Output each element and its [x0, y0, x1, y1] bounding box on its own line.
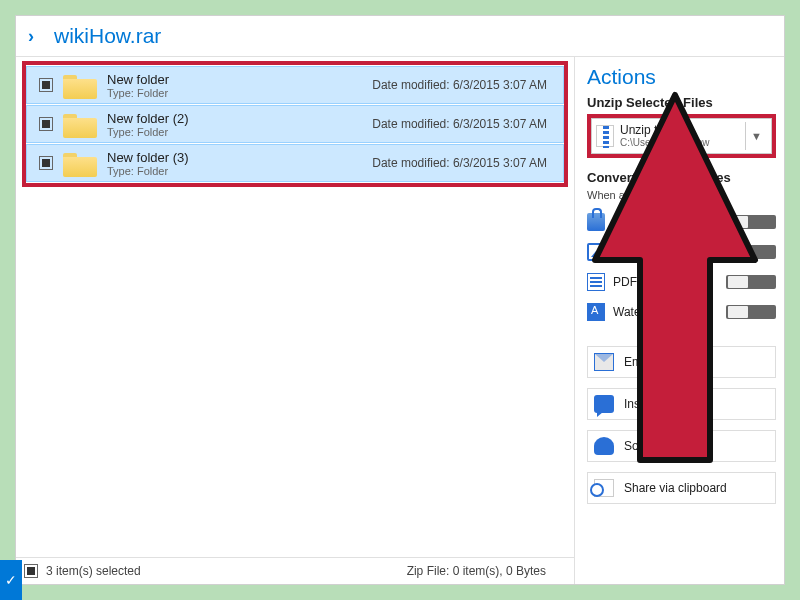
pdf-toggle-row: PDF: [587, 272, 776, 292]
unzip-label: Unzip to:: [620, 124, 709, 137]
encrypt-label: Encrypt: [613, 215, 654, 229]
selection-checkbox-icon[interactable]: [24, 564, 38, 578]
encrypt-toggle[interactable]: [726, 215, 776, 229]
folder-icon: [63, 110, 97, 138]
main-panel: New folder Type: Folder Date modified: 6…: [16, 56, 574, 584]
selection-count: 3 item(s) selected: [46, 564, 141, 578]
person-icon: [594, 437, 614, 455]
checkbox-icon[interactable]: [39, 78, 53, 92]
file-info: New folder (2) Type: Folder: [107, 111, 189, 138]
pdf-toggle[interactable]: [726, 275, 776, 289]
file-type: Type: Folder: [107, 87, 169, 99]
content-area: New folder Type: Folder Date modified: 6…: [16, 56, 784, 584]
zip-file-icon: [596, 125, 614, 147]
resize-label: Resize: [613, 245, 650, 259]
file-date: Date modified: 6/3/2015 3:07 AM: [372, 156, 557, 170]
convert-subtitle: When added to this zip:: [587, 189, 776, 201]
app-window: › wikiHow.rar New folder Type: Folder Da…: [15, 15, 785, 585]
resize-toggle[interactable]: [726, 245, 776, 259]
folder-icon: [63, 71, 97, 99]
encrypt-toggle-row: Encrypt: [587, 212, 776, 232]
convert-section-label: Convert & Protect Files: [587, 170, 776, 185]
watermark-toggle[interactable]: [726, 305, 776, 319]
share-clipboard-label: Share via clipboard: [624, 481, 727, 495]
file-row[interactable]: New folder Type: Folder Date modified: 6…: [26, 66, 564, 104]
pdf-label: PDF: [613, 275, 637, 289]
file-row[interactable]: New folder (2) Type: Folder Date modifie…: [26, 105, 564, 143]
folder-icon: [63, 149, 97, 177]
clipboard-icon: [594, 479, 614, 497]
resize-toggle-row: Resize: [587, 242, 776, 262]
chat-bubble-icon: [594, 395, 614, 413]
share-clipboard-button[interactable]: Share via clipboard: [587, 472, 776, 504]
lock-icon: [587, 213, 605, 231]
watermark-icon: [587, 303, 605, 321]
file-type: Type: Folder: [107, 165, 189, 177]
checkbox-icon[interactable]: [39, 156, 53, 170]
file-name: New folder: [107, 72, 169, 87]
unzip-text: Unzip to: C:\Users\...\wikiHow: [620, 124, 709, 148]
file-date: Date modified: 6/3/2015 3:07 AM: [372, 78, 557, 92]
watermark-label: Watermark: [613, 305, 671, 319]
file-info: New folder Type: Folder: [107, 72, 169, 99]
archive-title: wikiHow.rar: [54, 24, 161, 48]
chevron-down-icon[interactable]: ▼: [745, 122, 767, 150]
taskbar-checkmark-icon[interactable]: ✓: [0, 560, 22, 600]
share-email-label: Email: [624, 355, 654, 369]
checkbox-icon[interactable]: [39, 117, 53, 131]
file-type: Type: Folder: [107, 126, 189, 138]
file-date: Date modified: 6/3/2015 3:07 AM: [372, 117, 557, 131]
unzip-to-button[interactable]: Unzip to: C:\Users\...\wikiHow ▼: [591, 118, 772, 154]
zip-info: Zip File: 0 item(s), 0 Bytes: [407, 564, 566, 578]
header-bar: › wikiHow.rar: [16, 16, 784, 56]
highlight-unzip: Unzip to: C:\Users\...\wikiHow ▼: [587, 114, 776, 158]
file-name: New folder (2): [107, 111, 189, 126]
document-icon: [587, 273, 605, 291]
envelope-icon: [594, 353, 614, 371]
actions-heading: Actions: [587, 57, 776, 91]
share-im-label: Instant Message: [624, 397, 712, 411]
share-social-button[interactable]: Social Media: [587, 430, 776, 462]
unzip-path: C:\Users\...\wikiHow: [620, 137, 709, 148]
watermark-toggle-row: Watermark: [587, 302, 776, 322]
image-icon: [587, 243, 605, 261]
unzip-section-label: Unzip Selected Files: [587, 95, 776, 110]
back-chevron-icon[interactable]: ›: [28, 26, 34, 47]
status-bar: 3 item(s) selected Zip File: 0 item(s), …: [16, 557, 574, 584]
file-list: New folder Type: Folder Date modified: 6…: [16, 57, 574, 191]
file-name: New folder (3): [107, 150, 189, 165]
share-im-button[interactable]: Instant Message: [587, 388, 776, 420]
actions-sidebar: Actions Unzip Selected Files Unzip to: C…: [574, 56, 784, 584]
file-info: New folder (3) Type: Folder: [107, 150, 189, 177]
file-row[interactable]: New folder (3) Type: Folder Date modifie…: [26, 144, 564, 182]
share-email-button[interactable]: Email: [587, 346, 776, 378]
share-social-label: Social Media: [624, 439, 693, 453]
highlight-files: New folder Type: Folder Date modified: 6…: [22, 61, 568, 187]
